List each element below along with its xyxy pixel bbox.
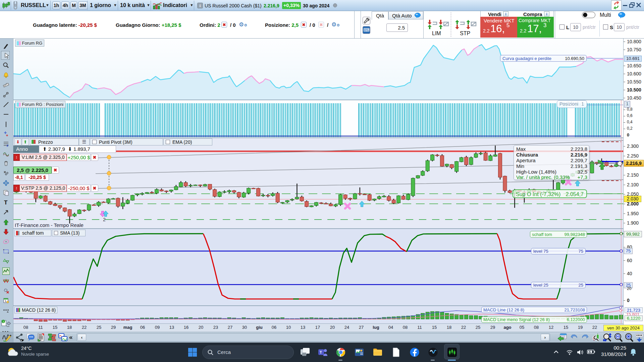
svg-text:1: 1 <box>5 299 6 303</box>
svg-text:1: 1 <box>3 320 4 323</box>
svg-text:F: F <box>7 144 9 147</box>
svg-text:T: T <box>320 350 322 354</box>
svg-text:2: 2 <box>103 217 106 222</box>
svg-text:T: T <box>4 199 8 206</box>
